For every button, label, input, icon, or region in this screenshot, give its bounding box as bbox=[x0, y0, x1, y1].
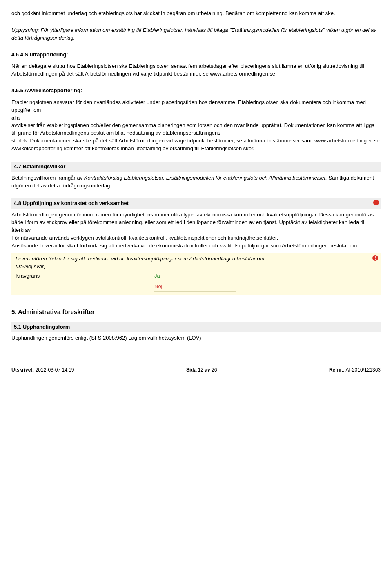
bar-title: 5.1 Upphandlingsform bbox=[14, 324, 70, 330]
krav-label-empty bbox=[16, 283, 154, 292]
section-bar-51: 5.1 Upphandlingsform bbox=[11, 322, 381, 332]
text: (Ja/Nej svar) bbox=[16, 263, 46, 269]
alert-icon: ! bbox=[372, 255, 378, 261]
footer-right-label: Refnr.: bbox=[329, 367, 345, 373]
intro-paragraph-2: Upplysning: För ytterligare information … bbox=[11, 27, 381, 42]
krav-row-ja: Kravgräns Ja bbox=[16, 272, 376, 281]
text: Betalningsvillkoren framgår av bbox=[11, 175, 84, 181]
text: avvikelser från etableringsplanen och/el… bbox=[11, 122, 375, 136]
text: Upplysning: För ytterligare information … bbox=[11, 27, 376, 41]
paragraph-464: När en deltagare slutar hos Etableringsl… bbox=[11, 62, 381, 78]
text: alla bbox=[11, 115, 20, 121]
footer-total: 26 bbox=[212, 367, 217, 373]
bar-title: 4.7 Betalningsvillkor bbox=[14, 163, 65, 169]
section-bar-47: 4.7 Betalningsvillkor bbox=[11, 162, 381, 172]
heading-5: 5. Administrativa föreskrifter bbox=[11, 307, 381, 316]
footer-of: av bbox=[203, 367, 212, 373]
question-box-48: ! Leverantören förbinder sig att medverk… bbox=[11, 253, 381, 295]
question-type: (Ja/Nej svar) bbox=[16, 263, 376, 271]
text: För närvarande används verktygen avtalsk… bbox=[11, 235, 278, 241]
text: och godkänt inkommet underlag och etable… bbox=[11, 10, 335, 16]
paragraph-51: Upphandlingen genomförs enligt (SFS 2008… bbox=[11, 334, 381, 342]
text: förbinda sig att medverka vid de ekonomi… bbox=[78, 243, 358, 249]
text: Leverantören förbinder sig att medverka … bbox=[16, 256, 266, 262]
footer-right-value: Af-2010/121363 bbox=[345, 367, 381, 373]
paragraph-48-2: För närvarande används verktygen avtalsk… bbox=[11, 234, 381, 242]
footer-page: 12 bbox=[198, 367, 203, 373]
krav-value-ja[interactable]: Ja bbox=[154, 272, 236, 281]
text: Avvikelserapportering kommer att kontrol… bbox=[11, 145, 254, 151]
paragraph-47: Betalningsvillkoren framgår av Kontrakts… bbox=[11, 174, 381, 190]
krav-row-nej: Nej bbox=[16, 283, 376, 292]
krav-value-nej[interactable]: Nej bbox=[154, 283, 236, 292]
bar-title: 4.8 Uppföljning av kontraktet och verksa… bbox=[14, 200, 129, 206]
footer-mid: Sida 12 av 26 bbox=[186, 367, 217, 374]
footer-right: Refnr.: Af-2010/121363 bbox=[329, 367, 381, 374]
footer-left: Utskrivet: 2012-03-07 14:19 bbox=[11, 367, 74, 374]
text-bold: skall bbox=[66, 243, 78, 249]
text: Arbetsförmedlingen genomför inom ramen f… bbox=[11, 211, 374, 233]
heading-465: 4.6.5 Avvikelserapportering: bbox=[11, 87, 381, 95]
text: Upphandlingen genomförs enligt (SFS 2008… bbox=[11, 335, 201, 341]
text: storlek. Dokumentationen ska ske på det … bbox=[11, 138, 314, 144]
footer-left-value: 2012-03-07 14:19 bbox=[34, 367, 74, 373]
paragraph-48-1: Arbetsförmedlingen genomför inom ramen f… bbox=[11, 211, 381, 234]
alert-icon: ! bbox=[373, 200, 379, 205]
footer-left-label: Utskrivet: bbox=[11, 367, 34, 373]
text: 4.6.4 Slutrapportering: bbox=[11, 51, 68, 58]
text-italic: Kontraktsförslag Etableringslotsar, Ersä… bbox=[84, 175, 327, 181]
footer-mid-label: Sida bbox=[186, 367, 198, 373]
text: När en deltagare slutar hos Etableringsl… bbox=[11, 63, 364, 77]
link-arbetsformedlingen[interactable]: www.arbetsformedlingen.se bbox=[210, 71, 275, 77]
text: Etableringslotsen ansvarar för den nyanl… bbox=[11, 99, 366, 113]
text: 4.6.5 Avvikelserapportering: bbox=[11, 87, 82, 93]
section-bar-48: 4.8 Uppföljning av kontraktet och verksa… bbox=[11, 198, 381, 209]
page-footer: Utskrivet: 2012-03-07 14:19 Sida 12 av 2… bbox=[11, 367, 381, 374]
krav-label: Kravgräns bbox=[16, 272, 154, 281]
text: Ansökande Leverantör bbox=[11, 243, 66, 249]
link-arbetsformedlingen[interactable]: www.arbetsformedlingen.se bbox=[314, 138, 380, 144]
paragraph-465: Etableringslotsen ansvarar för den nyanl… bbox=[11, 99, 381, 153]
paragraph-48-3: Ansökande Leverantör skall förbinda sig … bbox=[11, 242, 381, 250]
heading-464: 4.6.4 Slutrapportering: bbox=[11, 51, 381, 59]
intro-paragraph-1: och godkänt inkommet underlag och etable… bbox=[11, 10, 381, 18]
question-text: Leverantören förbinder sig att medverka … bbox=[16, 255, 376, 263]
text: 5. Administrativa föreskrifter bbox=[11, 308, 95, 315]
